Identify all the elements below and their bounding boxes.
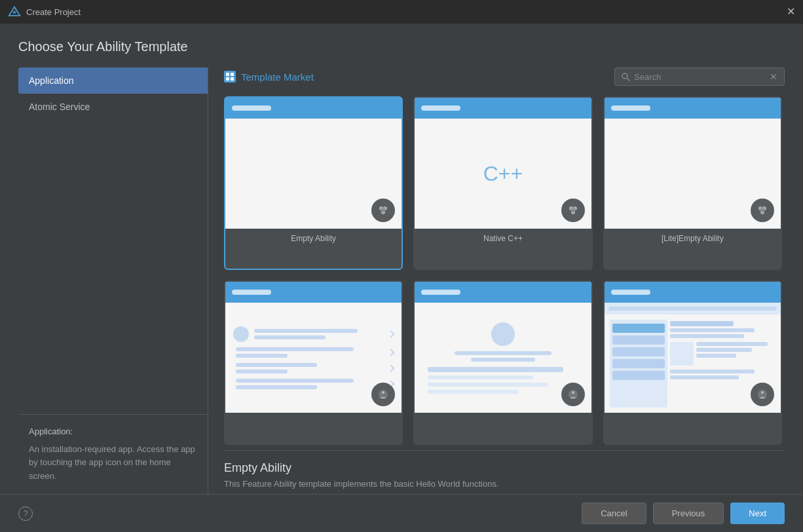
svg-line-7 bbox=[627, 78, 630, 81]
svg-point-27 bbox=[382, 391, 384, 394]
previous-button[interactable]: Previous bbox=[653, 503, 724, 524]
svg-rect-2 bbox=[226, 73, 229, 76]
help-button[interactable]: ? bbox=[18, 506, 33, 521]
phone-header-2 bbox=[415, 98, 591, 119]
selected-template-desc: This Feature Ability template implements… bbox=[224, 479, 785, 489]
cancel-button[interactable]: Cancel bbox=[582, 503, 646, 524]
phone-header-6 bbox=[605, 282, 781, 303]
template-badge-6 bbox=[751, 383, 774, 406]
selected-template-info: Empty Ability This Feature Ability templ… bbox=[224, 450, 785, 494]
panel-header: Template Market ✕ bbox=[224, 67, 785, 86]
template-card-profile[interactable] bbox=[413, 280, 592, 445]
template-card-list[interactable] bbox=[224, 280, 403, 445]
title-bar-left: Create Project bbox=[8, 5, 81, 18]
phone-header-4 bbox=[225, 282, 402, 303]
template-card-master-detail[interactable] bbox=[603, 280, 782, 445]
template-badge-3 bbox=[751, 199, 774, 222]
svg-point-6 bbox=[622, 73, 627, 79]
window-title: Create Project bbox=[26, 7, 81, 17]
template-name-5 bbox=[415, 413, 591, 423]
svg-rect-4 bbox=[226, 77, 229, 81]
sidebar-item-atomic-service[interactable]: Atomic Service bbox=[18, 94, 208, 120]
sidebar-desc-title: Application: bbox=[29, 425, 197, 439]
template-preview-master-detail bbox=[605, 282, 781, 413]
phone-header-5 bbox=[415, 282, 591, 303]
search-icon bbox=[622, 73, 630, 81]
template-name-3: [Lite]Empty Ability bbox=[605, 229, 781, 248]
bottom-buttons: Cancel Previous Next bbox=[582, 503, 785, 524]
template-badge-5 bbox=[561, 383, 585, 406]
search-input[interactable] bbox=[634, 72, 766, 82]
template-card-empty-ability[interactable]: Empty Ability bbox=[224, 96, 403, 270]
app-logo-icon bbox=[8, 5, 21, 18]
sidebar-description: Application: An installation-required ap… bbox=[18, 414, 208, 494]
svg-point-31 bbox=[761, 391, 764, 394]
phone-header-3 bbox=[605, 98, 781, 119]
right-panel: Template Market ✕ bbox=[208, 67, 785, 494]
template-preview-list bbox=[225, 282, 402, 413]
template-badge-2 bbox=[561, 199, 585, 222]
cpp-icon: C++ bbox=[483, 162, 523, 186]
page-heading: Choose Your Ability Template bbox=[18, 39, 785, 54]
template-market-label: Template Market bbox=[224, 71, 314, 83]
bottom-bar: ? Cancel Previous Next bbox=[0, 494, 803, 532]
template-preview-empty bbox=[225, 98, 402, 229]
content-area: Application Atomic Service Application: … bbox=[18, 67, 785, 494]
template-preview-cpp: C++ bbox=[415, 98, 591, 229]
svg-point-1 bbox=[13, 10, 16, 14]
svg-rect-5 bbox=[231, 77, 234, 81]
phone-header-1 bbox=[225, 98, 402, 119]
template-preview-lite bbox=[605, 98, 781, 229]
template-preview-profile bbox=[415, 282, 591, 413]
template-card-lite-empty[interactable]: [Lite]Empty Ability bbox=[603, 96, 782, 270]
title-bar: Create Project ✕ bbox=[0, 0, 803, 24]
market-icon bbox=[224, 71, 236, 83]
template-name-4 bbox=[225, 413, 402, 423]
template-name-1: Empty Ability bbox=[225, 229, 402, 248]
selected-template-title: Empty Ability bbox=[224, 461, 785, 475]
search-clear-button[interactable]: ✕ bbox=[770, 71, 777, 82]
sidebar: Application Atomic Service Application: … bbox=[18, 67, 208, 494]
template-name-2: Native C++ bbox=[415, 229, 591, 248]
sidebar-item-application[interactable]: Application bbox=[18, 67, 208, 94]
svg-rect-3 bbox=[231, 73, 234, 76]
templates-grid: Empty Ability C++ bbox=[224, 96, 785, 445]
search-box[interactable]: ✕ bbox=[614, 67, 785, 86]
sidebar-desc-text: An installation-required app. Access the… bbox=[29, 443, 197, 484]
template-name-6 bbox=[605, 413, 781, 423]
main-container: Choose Your Ability Template Application… bbox=[0, 24, 803, 494]
template-card-native-cpp[interactable]: C++ Nati bbox=[413, 96, 592, 270]
close-button[interactable]: ✕ bbox=[787, 7, 795, 17]
next-button[interactable]: Next bbox=[730, 503, 785, 524]
svg-point-29 bbox=[572, 391, 574, 394]
